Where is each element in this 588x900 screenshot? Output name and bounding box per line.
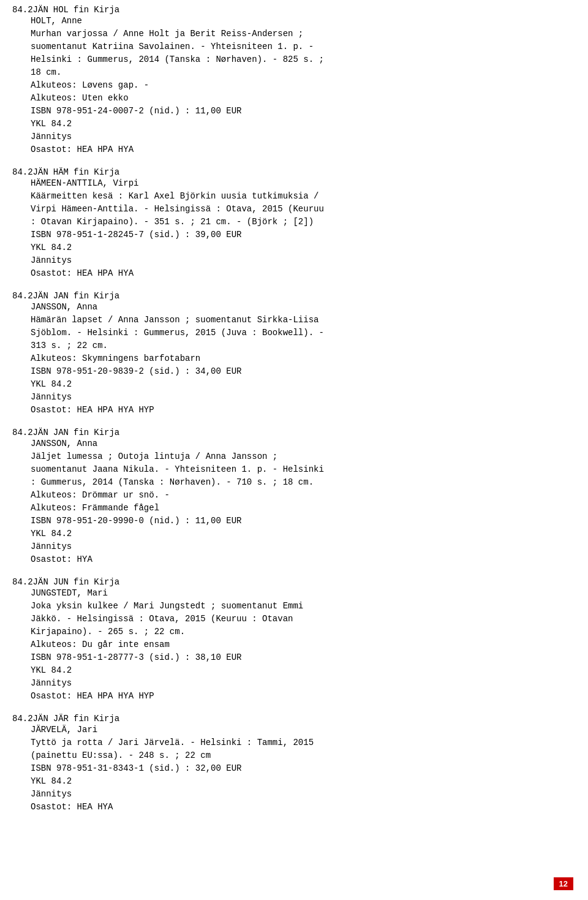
- entry-line: Osastot: HEA HPA HYA HYP: [31, 690, 576, 703]
- entry-code: JÄR: [53, 714, 69, 724]
- entry-type: Kirja: [94, 714, 119, 724]
- entry-line: Jäljet lumessa ; Outoja lintuja / Anna J…: [31, 450, 576, 463]
- entry-author: HOLT, Anne: [31, 15, 576, 28]
- entry-line: Jännitys: [31, 254, 576, 267]
- entry-line: Helsinki : Gummerus, 2014 (Tanska : Nørh…: [31, 53, 576, 66]
- entry-author: HÄMEEN-ANTTILA, Virpi: [31, 177, 576, 190]
- entry-code: HOL: [53, 5, 69, 15]
- entry-author: JUNGSTEDT, Mari: [31, 587, 576, 600]
- page-number: 12: [554, 877, 573, 890]
- entry-line: Osastot: HEA HPA HYA: [31, 143, 576, 156]
- entry-line: Alkuteos: Främmande fågel: [31, 502, 576, 515]
- entry-5: 84.2JÄN JUN fin KirjaJUNGSTEDT, MariJoka…: [12, 577, 576, 703]
- entry-body: JÄRVELÄ, JariTyttö ja rotta / Jari Järve…: [12, 724, 576, 814]
- entry-code: JAN: [53, 428, 69, 437]
- entry-type: Kirja: [94, 428, 119, 437]
- entry-line: Osastot: HEA HYA: [31, 801, 576, 814]
- entry-line: Jännitys: [31, 677, 576, 690]
- entry-line: ISBN 978-951-31-8343-1 (sid.) : 32,00 EU…: [31, 762, 576, 775]
- entry-line: ISBN 978-951-20-9839-2 (sid.) : 34,00 EU…: [31, 365, 576, 378]
- entry-type: Kirja: [94, 577, 119, 587]
- entry-line: ISBN 978-951-1-28245-7 (sid.) : 39,00 EU…: [31, 229, 576, 241]
- entry-body: JANSSON, AnnaHämärän lapset / Anna Janss…: [12, 301, 576, 417]
- entry-line: YKL 84.2: [31, 118, 576, 130]
- entry-1: 84.2JÄN HOL fin KirjaHOLT, AnneMurhan va…: [12, 5, 576, 156]
- entry-line: Hämärän lapset / Anna Jansson ; suomenta…: [31, 314, 576, 327]
- entry-line: Sjöblom. - Helsinki : Gummerus, 2015 (Ju…: [31, 327, 576, 339]
- entry-author: JANSSON, Anna: [31, 301, 576, 314]
- entry-header: 84.2JÄN JÄR fin Kirja: [12, 714, 576, 724]
- entry-line: Tyttö ja rotta / Jari Järvelä. - Helsink…: [31, 736, 576, 749]
- entry-line: YKL 84.2: [31, 775, 576, 788]
- entry-body: JUNGSTEDT, MariJoka yksin kulkee / Mari …: [12, 587, 576, 703]
- entry-code: JUN: [53, 577, 69, 587]
- entry-line: YKL 84.2: [31, 664, 576, 677]
- entry-lang: fin: [74, 167, 89, 177]
- entry-type: Kirja: [94, 291, 119, 301]
- entry-classification: 84.2JÄN: [12, 428, 48, 437]
- entry-body: HÄMEEN-ANTTILA, VirpiKäärmeitten kesä : …: [12, 177, 576, 280]
- entry-line: Jännitys: [31, 130, 576, 143]
- entry-line: YKL 84.2: [31, 378, 576, 391]
- entry-line: Virpi Hämeen-Anttila. - Helsingissä : Ot…: [31, 203, 576, 216]
- entry-line: Jäkkö. - Helsingissä : Otava, 2015 (Keur…: [31, 613, 576, 626]
- entry-3: 84.2JÄN JAN fin KirjaJANSSON, AnnaHämärä…: [12, 291, 576, 417]
- entry-line: suomentanut Jaana Nikula. - Yhteisniteen…: [31, 463, 576, 476]
- entry-classification: 84.2JÄN: [12, 167, 48, 177]
- entry-line: Alkuteos: Uten ekko: [31, 92, 576, 105]
- entry-line: Kirjapaino). - 265 s. ; 22 cm.: [31, 626, 576, 638]
- entry-4: 84.2JÄN JAN fin KirjaJANSSON, AnnaJäljet…: [12, 428, 576, 566]
- entry-line: Jännitys: [31, 788, 576, 801]
- entry-type: Kirja: [94, 5, 119, 15]
- entry-body: JANSSON, AnnaJäljet lumessa ; Outoja lin…: [12, 437, 576, 566]
- entry-lang: fin: [74, 577, 89, 587]
- entry-author: JANSSON, Anna: [31, 437, 576, 450]
- entry-line: ISBN 978-951-20-9990-0 (nid.) : 11,00 EU…: [31, 515, 576, 528]
- entry-line: Alkuteos: Drömmar ur snö. -: [31, 489, 576, 502]
- entry-2: 84.2JÄN HÄM fin KirjaHÄMEEN-ANTTILA, Vir…: [12, 167, 576, 280]
- entry-line: ISBN 978-951-24-0007-2 (nid.) : 11,00 EU…: [31, 105, 576, 118]
- entry-line: ISBN 978-951-1-28777-3 (sid.) : 38,10 EU…: [31, 651, 576, 664]
- entry-author: JÄRVELÄ, Jari: [31, 724, 576, 736]
- entry-lang: fin: [74, 428, 89, 437]
- entry-line: Osastot: HYA: [31, 553, 576, 566]
- entry-line: : Otavan Kirjapaino). - 351 s. ; 21 cm. …: [31, 216, 576, 229]
- entry-line: Alkuteos: Du går inte ensam: [31, 638, 576, 651]
- entry-line: Jännitys: [31, 540, 576, 553]
- entry-line: Alkuteos: Løvens gap. -: [31, 79, 576, 92]
- entry-line: (painettu EU:ssa). - 248 s. ; 22 cm: [31, 749, 576, 762]
- entry-type: Kirja: [94, 167, 119, 177]
- entry-line: Joka yksin kulkee / Mari Jungstedt ; suo…: [31, 600, 576, 613]
- entry-line: 313 s. ; 22 cm.: [31, 339, 576, 352]
- entry-line: YKL 84.2: [31, 241, 576, 254]
- entry-line: : Gummerus, 2014 (Tanska : Nørhaven). - …: [31, 476, 576, 489]
- entry-lang: fin: [74, 5, 89, 15]
- entry-classification: 84.2JÄN: [12, 5, 48, 15]
- entry-line: Alkuteos: Skymningens barfotabarn: [31, 352, 576, 365]
- entry-line: 18 cm.: [31, 66, 576, 79]
- entry-code: JAN: [53, 291, 69, 301]
- entry-header: 84.2JÄN JAN fin Kirja: [12, 428, 576, 437]
- entry-line: YKL 84.2: [31, 528, 576, 540]
- entry-header: 84.2JÄN HÄM fin Kirja: [12, 167, 576, 177]
- entry-header: 84.2JÄN JAN fin Kirja: [12, 291, 576, 301]
- entry-header: 84.2JÄN JUN fin Kirja: [12, 577, 576, 587]
- entry-line: Jännitys: [31, 391, 576, 404]
- entry-lang: fin: [74, 291, 89, 301]
- entry-classification: 84.2JÄN: [12, 577, 48, 587]
- entry-body: HOLT, AnneMurhan varjossa / Anne Holt ja…: [12, 15, 576, 156]
- entry-line: Käärmeitten kesä : Karl Axel Björkin uus…: [31, 190, 576, 203]
- entry-classification: 84.2JÄN: [12, 291, 48, 301]
- entry-classification: 84.2JÄN: [12, 714, 48, 724]
- entry-6: 84.2JÄN JÄR fin KirjaJÄRVELÄ, JariTyttö …: [12, 714, 576, 814]
- entry-lang: fin: [74, 714, 89, 724]
- entry-line: Osastot: HEA HPA HYA HYP: [31, 404, 576, 417]
- entry-line: Murhan varjossa / Anne Holt ja Berit Rei…: [31, 28, 576, 40]
- entry-line: suomentanut Katriina Savolainen. - Yhtei…: [31, 40, 576, 53]
- entry-line: Osastot: HEA HPA HYA: [31, 267, 576, 280]
- entry-code: HÄM: [53, 167, 69, 177]
- entry-header: 84.2JÄN HOL fin Kirja: [12, 5, 576, 15]
